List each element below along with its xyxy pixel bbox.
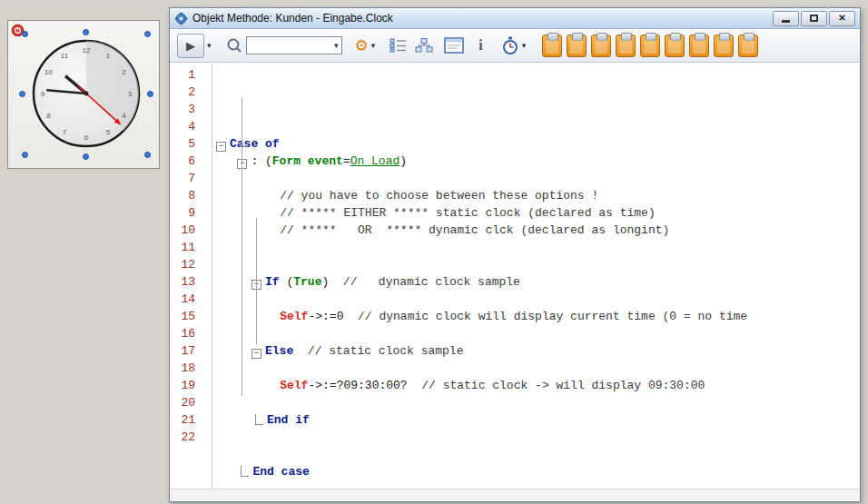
code-token: On Load — [350, 154, 400, 168]
line-number[interactable]: 14 — [170, 291, 212, 308]
window-title: Objekt Methode: Kunden - Eingabe.Clock — [192, 12, 771, 25]
code-area[interactable]: −Case of −: (Form event=On Load) // you … — [212, 64, 860, 489]
code-token: // static clock -> will display 09:30:00 — [408, 379, 705, 392]
search-input[interactable] — [247, 38, 334, 53]
line-number[interactable]: 17 — [170, 342, 212, 360]
maximize-button[interactable] — [801, 11, 827, 26]
code-line — [216, 446, 860, 463]
line-number[interactable]: 1 — [170, 66, 212, 84]
clipboard-button-4[interactable] — [616, 35, 636, 57]
clipboard-button-7[interactable] — [689, 35, 709, 57]
code-line: −If (True) // dynamic clock sample — [216, 273, 860, 291]
code-token: ) — [399, 154, 407, 168]
clipboard-button-2[interactable] — [567, 35, 587, 57]
line-number[interactable]: 3 — [170, 101, 212, 118]
selection-handle[interactable] — [19, 91, 25, 97]
clipboard-button-9[interactable] — [738, 35, 758, 57]
line-number[interactable]: 13 — [170, 273, 212, 291]
line-number[interactable]: 18 — [170, 360, 212, 377]
selection-handle[interactable] — [144, 152, 151, 158]
clock-center-dot — [84, 92, 89, 96]
fold-end-marker — [241, 466, 249, 477]
code-token: Form event — [272, 154, 343, 168]
line-number[interactable]: 19 — [170, 377, 212, 394]
gear-icon: ⚙ — [355, 38, 369, 54]
code-line — [216, 256, 860, 273]
clock-number: 2 — [122, 68, 126, 76]
selection-handle[interactable] — [22, 31, 28, 37]
timer-button[interactable]: ▾ — [501, 36, 527, 55]
code-token: Else — [265, 344, 293, 358]
line-number[interactable]: 21 — [170, 411, 212, 429]
method-info-button[interactable]: i — [478, 37, 482, 54]
method-editor-window: Objekt Methode: Kunden - Eingabe.Clock ✕… — [169, 7, 861, 502]
line-number[interactable]: 2 — [170, 84, 212, 101]
line-number[interactable]: 15 — [170, 308, 212, 325]
line-number[interactable]: 20 — [170, 394, 212, 411]
clipboard-button-6[interactable] — [665, 35, 685, 57]
clipboard-button-8[interactable] — [714, 35, 734, 57]
clipboard-button-5[interactable] — [640, 35, 660, 57]
code-line — [216, 291, 860, 308]
clock-number: 1 — [106, 52, 111, 60]
combobox-dropdown-arrow[interactable]: ▾ — [334, 41, 339, 50]
clipboard-button-3[interactable] — [591, 35, 611, 57]
line-number[interactable]: 8 — [170, 187, 212, 204]
line-number[interactable]: 12 — [170, 256, 212, 273]
line-number[interactable]: 7 — [170, 170, 212, 187]
run-icon: ▶ — [186, 40, 195, 52]
code-token: End if — [267, 413, 310, 427]
code-token: // dynamic clock will display current ti… — [343, 310, 747, 323]
execute-dropdown-arrow[interactable]: ▾ — [207, 41, 212, 50]
fold-guide-line — [256, 218, 257, 344]
minimize-icon — [782, 20, 790, 23]
clock-object[interactable]: 121234567891011 — [25, 34, 148, 155]
execute-method-button[interactable]: ▶ — [177, 34, 204, 58]
clock-number: 3 — [128, 90, 133, 98]
fold-toggle-icon[interactable]: − — [252, 349, 261, 359]
code-token: ->:=0 — [308, 310, 343, 323]
clipboard-button-1[interactable] — [542, 35, 562, 57]
code-line: End if — [216, 411, 860, 429]
hierarchy-button[interactable] — [415, 38, 433, 53]
line-number[interactable]: 11 — [170, 239, 212, 256]
search-combobox[interactable]: ▾ — [246, 36, 342, 54]
macros-dropdown-arrow: ▾ — [371, 41, 376, 50]
code-token: True — [293, 275, 321, 289]
selection-handle[interactable] — [22, 152, 28, 158]
clock-number: 9 — [41, 90, 45, 98]
code-token: // ***** EITHER ***** static clock (decl… — [280, 206, 655, 220]
macros-button[interactable]: ⚙ ▾ — [355, 38, 376, 54]
line-number[interactable]: 9 — [170, 204, 212, 222]
code-line — [216, 394, 860, 411]
stopwatch-icon — [501, 36, 519, 55]
line-number[interactable]: 4 — [170, 118, 212, 135]
list-structure-icon — [390, 38, 408, 53]
line-number[interactable]: 5 — [170, 135, 212, 153]
line-number[interactable]: 22 — [170, 429, 212, 446]
form-preview-panel: 121234567891011 — [7, 20, 160, 169]
code-token: = — [343, 154, 350, 168]
horizontal-scrollbar[interactable] — [170, 489, 860, 501]
line-number[interactable]: 6 — [170, 153, 212, 170]
selection-handle[interactable] — [83, 29, 89, 35]
selection-handle[interactable] — [83, 153, 89, 160]
code-token: Self — [280, 379, 308, 392]
minimize-button[interactable] — [773, 11, 799, 26]
code-line: End case — [216, 463, 860, 480]
expand-collapse-button[interactable] — [390, 38, 408, 53]
close-button[interactable]: ✕ — [829, 11, 855, 26]
fold-guide-line — [242, 97, 242, 396]
search-button[interactable] — [226, 37, 242, 54]
selection-handle[interactable] — [144, 31, 151, 37]
selection-handle[interactable] — [147, 91, 153, 97]
line-number[interactable]: 10 — [170, 222, 212, 239]
method-window-icon — [174, 12, 188, 25]
line-number[interactable]: 16 — [170, 325, 212, 342]
gutter: 12345678910111213141516171819202122 — [170, 64, 212, 489]
code-line — [216, 239, 860, 256]
fold-toggle-icon[interactable]: − — [216, 142, 226, 152]
clock-number: 6 — [84, 133, 89, 142]
open-window-button[interactable] — [444, 37, 464, 54]
titlebar[interactable]: Objekt Methode: Kunden - Eingabe.Clock ✕ — [170, 8, 860, 29]
